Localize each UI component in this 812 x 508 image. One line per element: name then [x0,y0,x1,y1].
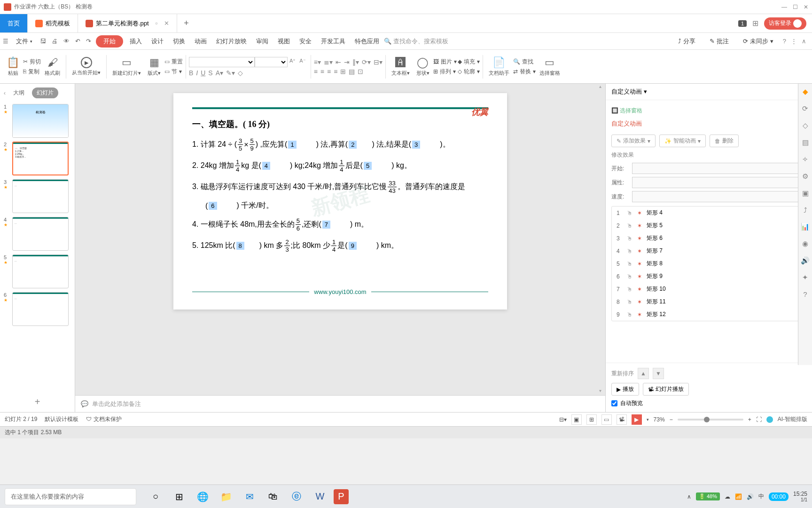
minimize-ribbon-icon[interactable]: ⋮ [791,38,797,45]
file-menu[interactable]: 文件 ▾ [11,37,37,46]
answer-blank-8[interactable]: 8 [236,242,244,250]
sorter-view-button[interactable]: ⊞ [586,414,597,425]
battery-badge[interactable]: 🔋 48% [696,492,720,500]
menu-review[interactable]: 审阅 [251,37,273,46]
slide-thumb-2[interactable]: 2★ 一、填空题1.计算...2.24kg...3.磁悬浮... [4,142,71,175]
font-size-select[interactable] [255,57,288,67]
align-right-icon[interactable]: ≡ [327,68,331,75]
answer-blank-2[interactable]: 2 [349,141,357,149]
italic-icon[interactable]: I [196,69,198,77]
tab-close-icon[interactable]: ✕ [164,20,169,27]
save-icon[interactable]: 🖫 [37,38,49,45]
speed-input[interactable] [632,191,806,202]
ime-indicator[interactable]: 中 [758,492,764,500]
ai-layout-button[interactable]: AI-智能排版 [778,415,807,423]
answer-blank-3[interactable]: 3 [412,141,420,149]
side-icon-9[interactable]: 📊 [801,222,810,231]
align-text-icon[interactable]: ⊟▾ [374,58,383,66]
tab-home[interactable]: 首页 [0,14,28,32]
preview-icon[interactable]: 👁 [61,38,72,45]
slides-tab[interactable]: 幻灯片 [32,87,58,98]
highlight-icon[interactable]: ✎▾ [226,69,235,77]
copy-button[interactable]: ⎘复制 [23,68,41,76]
menu-insert[interactable]: 插入 [125,37,147,46]
answer-blank-9[interactable]: 9 [349,242,357,250]
bold-icon[interactable]: B [189,69,193,77]
annotate-button[interactable]: ✎ 批注 [705,37,734,46]
paste-group[interactable]: 📋 粘贴 [4,53,22,81]
reset-button[interactable]: ▭ 重置 [164,58,183,66]
clear-format-icon[interactable]: ◇ [238,69,243,77]
indent-increase-icon[interactable]: ⇥ [344,58,350,66]
anim-item-4[interactable]: 4🖱✶矩形 7 [612,245,806,257]
side-icon-3[interactable]: ◇ [803,121,808,130]
undo-icon[interactable]: ↶ [72,38,83,45]
font-color-icon[interactable]: A▾ [216,69,223,77]
anim-item-6[interactable]: 6🖱✶矩形 9 [612,270,806,283]
answer-blank-4[interactable]: 4 [262,162,270,170]
text-direction-icon[interactable]: ⟳▾ [362,58,371,66]
menu-security[interactable]: 安全 [295,37,316,46]
cortana-icon[interactable]: ○ [146,487,165,507]
picture-button[interactable]: 🖼 图片▾ [433,58,457,66]
zoom-slider[interactable] [678,419,743,421]
fit-button[interactable]: ⛶ [756,416,762,423]
tab-add-button[interactable]: + [177,14,195,32]
select-pane-group[interactable]: ▭ 选择窗格 [537,53,563,81]
strikethrough-icon[interactable]: S [208,69,212,77]
taskbar-search[interactable]: 在这里输入你要搜索的内容 [5,488,136,505]
login-button[interactable]: 访客登录 [764,17,806,30]
wifi-icon[interactable]: 📶 [735,493,742,500]
anim-item-7[interactable]: 7🖱✶矩形 10 [612,283,806,295]
protection-status[interactable]: 🛡 文档未保护 [86,415,121,423]
scroll-up-icon[interactable]: ▴ [599,84,601,89]
slideshow-view-button[interactable]: ▶ [632,414,642,425]
move-down-button[interactable]: ▼ [653,368,664,379]
indent-decrease-icon[interactable]: ⇤ [336,58,341,66]
anim-item-3[interactable]: 3🖱✶矩形 6 [612,232,806,245]
section-button[interactable]: ▭ 节▾ [164,68,183,76]
select-pane-link[interactable]: 🔲 选择窗格 [611,105,806,117]
smart-animation-button[interactable]: ✨ 智能动画 ▾ [659,135,706,147]
redo-icon[interactable]: ↷ [83,38,94,45]
add-slide-button[interactable]: + [0,392,75,412]
menu-design[interactable]: 设计 [147,37,168,46]
side-icon-4[interactable]: ▤ [802,138,809,147]
anim-item-9[interactable]: 9🖱✶矩形 12 [612,308,806,321]
taskview-icon[interactable]: ⊞ [169,487,189,507]
play-from-current[interactable]: ▶ 从当前开始▾ [69,53,103,81]
zoom-out-button[interactable]: − [670,416,673,423]
line-spacing-icon[interactable]: ‖▾ [352,58,359,66]
shape-group[interactable]: ◯ 形状▾ [414,53,432,81]
move-up-button[interactable]: ▲ [638,368,649,379]
ie-icon[interactable]: ⓔ [287,487,306,507]
canvas-scroll[interactable]: 优翼 新领程 一、填空题。( 16 分) 1. 计算 24 ÷ ( 35 × 5… [75,84,605,395]
volume-icon[interactable]: 🔊 [747,493,754,500]
side-icon-8[interactable]: ⤴ [804,206,807,214]
maximize-button[interactable]: ☐ [793,4,798,10]
slides-list[interactable]: 1★ 检测卷 2★ 一、填空题1.计算...2.24kg...3.磁悬浮... … [0,102,75,392]
wps-icon[interactable]: P [334,489,349,504]
clock-date[interactable]: 1/1 [793,497,807,502]
font-family-select[interactable] [189,57,255,67]
anim-item-2[interactable]: 2🖱✶矩形 5 [612,219,806,232]
menu-developer[interactable]: 开发工具 [316,37,350,46]
close-button[interactable]: ✕ [804,4,808,10]
side-icon-7[interactable]: ▣ [802,189,809,198]
explorer-icon[interactable]: 📁 [216,487,236,507]
slide-thumb-1[interactable]: 1★ 检测卷 [4,104,71,138]
find-button[interactable]: 🔍 查找 [513,58,536,66]
align-left-icon[interactable]: ≡ [314,68,318,75]
answer-blank-1[interactable]: 1 [288,141,296,149]
side-icon-11[interactable]: 🔊 [801,256,810,265]
format-painter-group[interactable]: 🖌 格式刷 [42,53,63,81]
add-effect-button[interactable]: ✎ 添加效果 ▾ [611,135,656,147]
autopreview-checkbox[interactable] [611,400,617,406]
view-options-icon[interactable]: ⊟▾ [559,416,567,423]
cut-button[interactable]: ✂剪切 [23,58,41,66]
bullets-icon[interactable]: ≡▾ [314,58,321,66]
zoom-in-button[interactable]: + [748,416,751,423]
store-icon[interactable]: 🛍 [263,487,283,507]
columns-icon[interactable]: ▤ [349,68,355,75]
menu-slideshow[interactable]: 幻灯片放映 [211,37,251,46]
